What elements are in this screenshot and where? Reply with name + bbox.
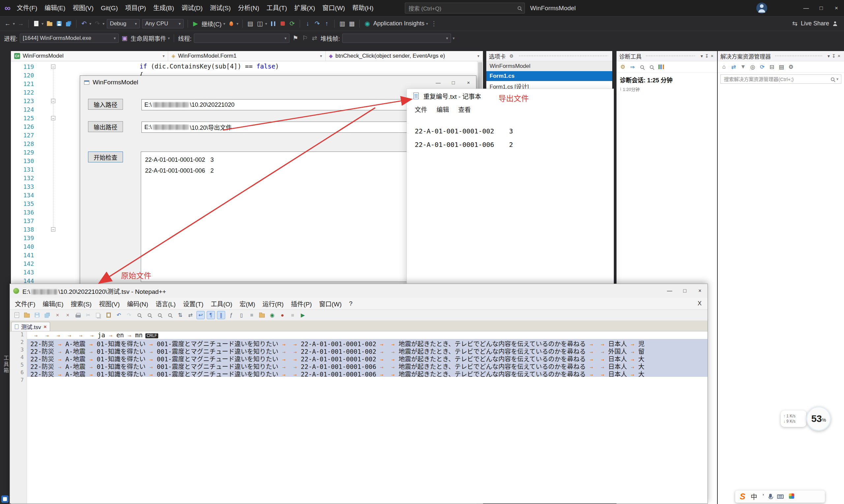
close-button[interactable]: × — [461, 76, 476, 89]
toolbar-overflow-icon[interactable]: ⋮ — [430, 19, 437, 28]
paste-icon[interactable] — [104, 311, 113, 319]
stack-label[interactable]: 堆栈帧: — [321, 34, 340, 42]
process-label[interactable]: 进程: — [4, 34, 17, 42]
copy-icon[interactable] — [94, 311, 103, 319]
npp-menu-item-1[interactable]: 文件(F) — [11, 299, 39, 308]
thread-label[interactable]: 线程: — [178, 34, 192, 42]
live-share-icon[interactable]: ⇆ — [791, 19, 798, 28]
lifecycle-label[interactable]: 生命周期事件 — [131, 34, 166, 42]
maximize-button[interactable]: □ — [677, 284, 692, 298]
redo-icon[interactable]: ↷ — [125, 311, 133, 319]
preview-window-icon[interactable]: ▤ — [247, 19, 254, 28]
npp-file-tab[interactable]: 测试.tsv × — [11, 322, 50, 331]
save-icon[interactable] — [33, 311, 41, 319]
window-position-icon[interactable]: ▾ — [700, 53, 704, 59]
npp-menu-item-11[interactable]: 插件(P) — [287, 299, 315, 308]
maximize-button[interactable]: □ — [446, 76, 461, 89]
notepad-menu-item-3[interactable]: 查看 — [454, 105, 476, 114]
new-file-icon[interactable] — [33, 19, 40, 28]
solution-config-select[interactable]: Debug▾ — [107, 19, 140, 28]
user-avatar[interactable] — [756, 3, 767, 14]
split-view-icon[interactable]: ◫ — [256, 19, 263, 28]
collapsed-tool-window-tab[interactable]: 工具箱 — [2, 355, 10, 374]
npp-menu-item-10[interactable]: 运行(R) — [259, 299, 287, 308]
npp-menu-item-2[interactable]: 编辑(E) — [39, 299, 67, 308]
dropdown-caret-icon[interactable]: ▾ — [223, 21, 225, 26]
home-icon[interactable]: ⌂ — [721, 64, 727, 70]
monitor-tail-icon[interactable]: ◉ — [268, 311, 276, 319]
save-icon[interactable] — [55, 19, 63, 28]
panel-drag-handle[interactable] — [519, 55, 608, 57]
sync-vertical-icon[interactable]: ⇅ — [176, 311, 184, 319]
redo-icon[interactable]: ↷ — [93, 19, 101, 28]
zoom-out-icon[interactable] — [649, 64, 654, 70]
npp-menu-item-3[interactable]: 搜索(S) — [67, 299, 95, 308]
ime-mode-chinese[interactable]: 中 — [751, 492, 757, 501]
step-out-icon[interactable]: ↑ — [323, 19, 330, 28]
show-all-files-icon[interactable]: ▤ — [778, 64, 784, 70]
dropdown-caret-icon[interactable]: ▾ — [103, 21, 104, 26]
print-icon[interactable] — [74, 311, 82, 319]
vs-menu-item-12[interactable]: 窗口(W) — [319, 0, 349, 16]
close-icon[interactable]: × — [710, 53, 714, 59]
pin-icon[interactable]: ↧ — [704, 53, 710, 59]
npp-menu-item-13[interactable]: ? — [345, 300, 356, 307]
vs-menu-item-9[interactable]: 分析(N) — [235, 0, 263, 16]
function-list-icon[interactable]: ≡ — [247, 311, 256, 319]
workspace-folder-icon[interactable] — [258, 311, 266, 319]
npp-menu-item-9[interactable]: 宏(M) — [236, 299, 259, 308]
doc-map-icon[interactable]: ▯ — [237, 311, 246, 319]
solution-search-input[interactable] — [723, 76, 828, 82]
panel-drag-handle[interactable] — [775, 55, 823, 57]
vs-menu-item-13[interactable]: 帮助(H) — [348, 0, 377, 16]
close-doc-icon[interactable]: × — [53, 311, 62, 319]
chevron-down-icon[interactable]: ▾ — [320, 54, 322, 58]
tab-list-item[interactable]: Form1.cs — [486, 71, 612, 81]
vs-menu-item-6[interactable]: 生成(B) — [150, 0, 178, 16]
platform-select[interactable]: Any CPU▾ — [142, 19, 184, 28]
stack-select[interactable]: ▾ — [342, 34, 451, 43]
input-path-button[interactable]: 输入路径 — [88, 99, 123, 110]
hot-reload-icon[interactable] — [227, 19, 235, 28]
keyboard-icon[interactable] — [777, 493, 784, 500]
cut-icon[interactable]: ✂ — [84, 311, 92, 319]
dropdown-caret-icon[interactable]: ▾ — [265, 21, 267, 26]
sogou-logo[interactable]: S — [740, 492, 745, 501]
notepad-title-bar[interactable]: 重复编号.txt - 记事本 — [407, 89, 614, 103]
dropdown-caret-icon[interactable]: ▾ — [453, 36, 455, 40]
record-macro-icon[interactable]: ● — [278, 311, 287, 319]
pin-icon[interactable]: ↧ — [831, 53, 837, 59]
vs-menu-item-4[interactable]: Git(G) — [97, 0, 122, 16]
vs-menu-item-11[interactable]: 扩展(X) — [291, 0, 319, 16]
play-macro-icon[interactable]: ▶ — [299, 311, 307, 319]
taskbar-corner-icon[interactable] — [1, 496, 8, 503]
tab-close-icon[interactable]: × — [44, 324, 47, 329]
fold-marker[interactable]: – — [51, 99, 55, 103]
chevron-down-icon[interactable]: ▾ — [477, 54, 479, 58]
replace-icon[interactable] — [145, 311, 154, 319]
word-wrap-icon[interactable]: ↩ — [196, 311, 205, 319]
vs-menu-item-8[interactable]: 测试(S) — [206, 0, 235, 16]
settings-gear-icon[interactable]: ⚙ — [620, 64, 626, 70]
vs-menu-item-3[interactable]: 视图(V) — [69, 0, 97, 16]
thread-nav-icon[interactable]: ⇄ — [311, 34, 318, 42]
npp-menu-close[interactable]: X — [697, 300, 702, 307]
sync-horizontal-icon[interactable]: ⇄ — [186, 311, 194, 319]
switch-views-icon[interactable]: ⇄ — [730, 64, 737, 70]
save-all-icon[interactable] — [43, 311, 51, 319]
close-icon[interactable]: × — [837, 53, 841, 59]
pause-all-icon[interactable] — [269, 19, 277, 28]
npp-menu-item-4[interactable]: 视图(V) — [95, 299, 123, 308]
gear-icon[interactable]: ⚙ — [509, 53, 515, 59]
nav-back-icon[interactable]: ← — [4, 19, 11, 28]
fold-marker[interactable]: – — [51, 65, 55, 69]
immediate-window-icon[interactable]: ▥ — [339, 19, 346, 28]
feedback-person-icon[interactable] — [831, 19, 839, 28]
pending-filter-icon[interactable]: ▼ — [740, 64, 746, 70]
dropdown-caret-icon[interactable]: ▾ — [168, 36, 170, 40]
timeline-chart-icon[interactable] — [658, 64, 664, 70]
lifecycle-icon[interactable]: ▣ — [121, 34, 128, 42]
thread-select[interactable]: ▾ — [194, 34, 290, 43]
npp-menu-item-7[interactable]: 设置(T) — [179, 299, 207, 308]
npp-menu-item-5[interactable]: 编码(N) — [123, 299, 152, 308]
